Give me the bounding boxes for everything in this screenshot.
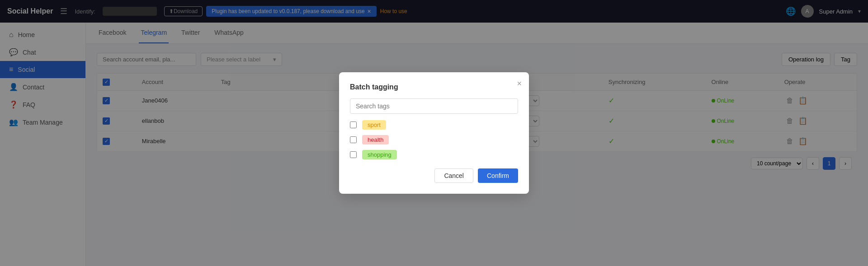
modal-close-icon[interactable]: × — [517, 79, 522, 88]
tag-item-sport: sport — [350, 120, 518, 130]
cancel-button[interactable]: Cancel — [434, 168, 473, 183]
batch-tagging-modal: Batch tagging × sport health shopping Ca… — [339, 72, 529, 194]
tag-badge-health: health — [362, 135, 389, 145]
tag-badge-sport: sport — [362, 120, 386, 130]
tag-checkbox-health[interactable] — [350, 136, 357, 143]
confirm-button[interactable]: Confirm — [478, 168, 518, 183]
tag-search-input[interactable] — [350, 98, 518, 114]
tag-checkbox-shopping[interactable] — [350, 151, 357, 158]
tag-item-shopping: shopping — [350, 150, 518, 159]
tag-checkbox-sport[interactable] — [350, 121, 357, 128]
tag-badge-shopping: shopping — [362, 150, 397, 159]
modal-title: Batch tagging — [350, 83, 518, 91]
modal-overlay: Batch tagging × sport health shopping Ca… — [0, 0, 868, 266]
tag-item-health: health — [350, 135, 518, 145]
tag-list: sport health shopping — [350, 120, 518, 159]
modal-footer: Cancel Confirm — [350, 168, 518, 183]
